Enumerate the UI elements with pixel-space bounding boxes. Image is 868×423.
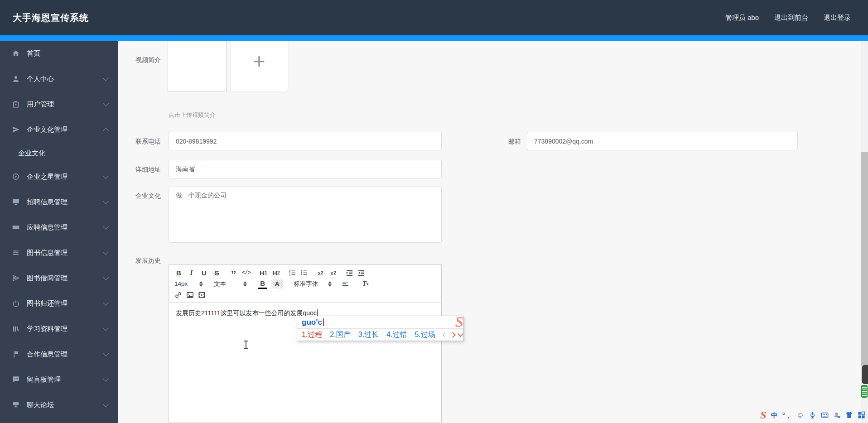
phone-label: 联系电话 bbox=[113, 138, 161, 146]
ime-emoji-button[interactable]: ☺ bbox=[796, 411, 804, 419]
text-color-button[interactable]: B bbox=[258, 279, 267, 289]
mouse-ibeam-cursor bbox=[244, 341, 248, 349]
italic-button[interactable]: I bbox=[187, 269, 196, 278]
sidebar-item-book-info-management[interactable]: 图书信息管理 bbox=[0, 240, 118, 265]
chevron-down-icon bbox=[103, 101, 109, 106]
header1-button[interactable]: H1 bbox=[259, 269, 268, 278]
ime-candidate-5[interactable]: 5.过场 bbox=[415, 330, 435, 340]
video-upload-button[interactable]: + bbox=[230, 41, 288, 92]
send-icon bbox=[12, 125, 20, 134]
ime-punctuation-toggle[interactable]: °， bbox=[782, 412, 792, 418]
plus-icon: + bbox=[253, 51, 265, 72]
highlight-color-button[interactable]: A bbox=[271, 279, 283, 288]
ime-candidate-2[interactable]: 2.国产 bbox=[330, 330, 350, 340]
chevron-down-icon bbox=[103, 249, 109, 255]
send-outline-icon bbox=[12, 274, 20, 282]
indent-icon[interactable] bbox=[357, 269, 365, 277]
ime-prev-page-icon[interactable] bbox=[442, 332, 448, 338]
ime-candidate-4[interactable]: 4.过错 bbox=[386, 330, 407, 340]
sidebar-item-apply-management[interactable]: 应聘信息管理 bbox=[0, 215, 118, 240]
floating-green-indicator[interactable] bbox=[861, 385, 868, 398]
skin-shirt-icon[interactable] bbox=[845, 411, 853, 419]
video-preview-box[interactable] bbox=[168, 41, 227, 92]
logout-link[interactable]: 退出登录 bbox=[824, 14, 851, 22]
sidebar-item-personal-center[interactable]: 个人中心 bbox=[0, 66, 118, 91]
subscript-button[interactable]: x2 bbox=[316, 269, 325, 278]
code-block-button[interactable]: </> bbox=[242, 269, 251, 278]
ime-caret bbox=[323, 318, 324, 326]
chevron-down-icon bbox=[103, 351, 109, 356]
sliders-icon bbox=[12, 249, 20, 257]
editor-toolbar: B I U S ” </> H1 H2 x2 bbox=[169, 265, 441, 303]
account-icon[interactable]: 2 bbox=[833, 411, 841, 419]
accent-bar bbox=[0, 35, 868, 41]
culture-label: 企业文化 bbox=[113, 192, 161, 200]
sogou-logo[interactable]: S bbox=[760, 409, 766, 420]
header2-button[interactable]: H2 bbox=[272, 269, 280, 278]
sidebar-item-cooperation-management[interactable]: 合作信息管理 bbox=[0, 341, 118, 367]
image-icon[interactable] bbox=[186, 291, 194, 299]
align-icon[interactable] bbox=[342, 280, 349, 288]
sidebar-subitem-culture[interactable]: 企业文化 bbox=[0, 142, 118, 164]
text-caret bbox=[317, 309, 318, 316]
admin-user-link[interactable]: 管理员 abo bbox=[725, 14, 759, 22]
sidebar-item-culture-management[interactable]: 企业文化管理 bbox=[0, 117, 118, 142]
ime-expand-icon[interactable] bbox=[458, 331, 463, 337]
select-arrows-icon bbox=[328, 281, 332, 287]
ime-candidate-row: 1.过程 2.国产 3.过长 4.过错 5.过场 bbox=[297, 329, 463, 341]
email-input[interactable] bbox=[527, 132, 798, 150]
link-icon[interactable] bbox=[174, 291, 182, 299]
sogou-logo: S bbox=[455, 314, 463, 331]
chevron-up-icon bbox=[103, 128, 109, 134]
bold-button[interactable]: B bbox=[174, 269, 183, 278]
sidebar-item-chat-forum[interactable]: 聊天论坛 bbox=[0, 392, 118, 418]
admin-app: 大手海恩宣传系统 管理员 abo 退出到前台 退出登录 首页 个人中心 用户管理… bbox=[0, 0, 868, 423]
email-label: 邮箱 bbox=[473, 138, 521, 146]
font-size-select[interactable]: 14px bbox=[174, 280, 203, 287]
text-type-select[interactable]: 文本 bbox=[214, 280, 247, 288]
strikethrough-button[interactable]: S bbox=[212, 269, 221, 278]
rich-text-editor: B I U S ” </> H1 H2 x2 bbox=[169, 264, 442, 423]
culture-textarea[interactable]: 做一个现金的公司 bbox=[169, 187, 442, 243]
toolbox-grid-icon[interactable] bbox=[858, 411, 865, 419]
exit-to-front-link[interactable]: 退出到前台 bbox=[774, 14, 808, 22]
sidebar-item-star-management[interactable]: 企业之星管理 bbox=[0, 164, 118, 189]
top-links: 管理员 abo 退出到前台 退出登录 bbox=[725, 14, 851, 22]
underline-button[interactable]: U bbox=[200, 269, 208, 278]
sidebar-item-book-return-management[interactable]: 图书归还管理 bbox=[0, 291, 118, 316]
video-icon[interactable] bbox=[198, 291, 206, 299]
scrollbar-thumb[interactable] bbox=[861, 152, 868, 366]
select-arrows-icon bbox=[243, 281, 247, 287]
blockquote-button[interactable]: ” bbox=[229, 266, 238, 279]
floating-handle[interactable] bbox=[862, 365, 868, 384]
ime-candidate-1[interactable]: 1.过程 bbox=[302, 330, 322, 340]
sidebar-item-study-material-management[interactable]: 学习资料管理 bbox=[0, 316, 118, 341]
upload-hint: 点击上传视频简介 bbox=[169, 111, 216, 119]
sidebar-item-recruit-management[interactable]: 招聘信息管理 bbox=[0, 189, 118, 215]
sidebar-item-user-management[interactable]: 用户管理 bbox=[0, 91, 118, 117]
chevron-down-icon bbox=[103, 75, 109, 81]
chevron-down-icon bbox=[103, 401, 109, 407]
ime-pinyin: guo'c bbox=[302, 318, 322, 327]
chevron-down-icon bbox=[103, 173, 109, 179]
ime-next-page-icon[interactable] bbox=[450, 332, 456, 338]
ime-language-toggle[interactable]: 中 bbox=[771, 412, 778, 418]
address-input[interactable] bbox=[169, 160, 442, 178]
phone-input[interactable] bbox=[169, 132, 442, 150]
clear-format-button[interactable]: Tx bbox=[361, 279, 370, 288]
bullet-list-icon[interactable] bbox=[300, 269, 308, 277]
top-bar: 大手海恩宣传系统 管理员 abo 退出到前台 退出登录 bbox=[0, 0, 868, 35]
monitor-icon bbox=[12, 198, 20, 206]
microphone-icon[interactable] bbox=[809, 411, 816, 419]
outdent-icon[interactable] bbox=[346, 269, 353, 277]
sidebar-item-home[interactable]: 首页 bbox=[0, 41, 118, 66]
sidebar-item-book-borrow-management[interactable]: 图书借阅管理 bbox=[0, 265, 118, 291]
ime-candidate-3[interactable]: 3.过长 bbox=[358, 330, 379, 340]
ordered-list-icon[interactable] bbox=[289, 269, 296, 277]
chevron-down-icon bbox=[103, 376, 109, 382]
sidebar-item-message-board-management[interactable]: 留言板管理 bbox=[0, 367, 118, 392]
chevron-down-icon bbox=[103, 274, 109, 280]
superscript-button[interactable]: x2 bbox=[329, 269, 338, 278]
font-family-select[interactable]: 标准字体 bbox=[294, 280, 332, 288]
keyboard-icon[interactable] bbox=[821, 411, 829, 419]
